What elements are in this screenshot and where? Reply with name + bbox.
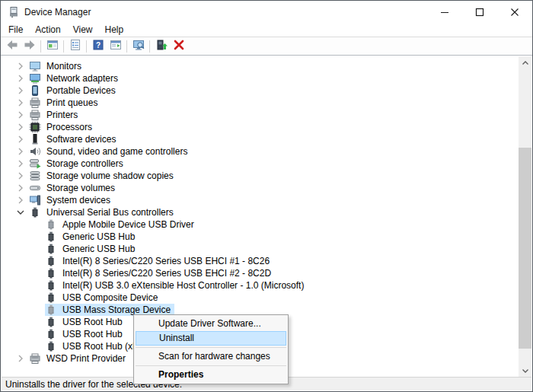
tree-item-content[interactable]: USB Root Hub: [45, 316, 126, 328]
tree-item-content[interactable]: Intel(R) 8 Series/C220 Series USB EHCI #…: [45, 267, 275, 279]
scroll-up-icon[interactable]: [519, 56, 531, 69]
tree-item[interactable]: Generic USB Hub: [2, 231, 519, 243]
storage-controller-icon: [29, 158, 41, 170]
chevron-right-icon[interactable]: [12, 109, 29, 121]
tree-item[interactable]: Storage controllers: [2, 158, 519, 170]
chevron-right-icon[interactable]: [12, 170, 29, 182]
minimize-button[interactable]: [427, 1, 462, 24]
toolbar-separator: [86, 40, 87, 53]
indent-spacer: [12, 316, 45, 328]
update-driver-button[interactable]: [152, 38, 170, 55]
help-button[interactable]: ?: [89, 38, 107, 55]
back-button[interactable]: [3, 38, 21, 55]
chevron-right-icon[interactable]: [12, 145, 29, 158]
context-menu-item-uninstall[interactable]: Uninstall: [136, 331, 286, 346]
tree-item-content[interactable]: Universal Serial Bus controllers: [29, 206, 177, 218]
close-button[interactable]: [497, 1, 532, 24]
show-action-pane-button[interactable]: [107, 38, 124, 55]
chevron-right-icon[interactable]: [12, 60, 29, 72]
tree-item[interactable]: Printers: [2, 109, 519, 121]
network-adapter-icon: [29, 72, 41, 84]
menu-view[interactable]: View: [67, 24, 99, 37]
usb-icon: [45, 340, 57, 352]
menu-separator: [136, 347, 286, 348]
tree-item-content[interactable]: Processors: [29, 121, 96, 133]
usb-muted-icon: [45, 304, 57, 316]
menu-file[interactable]: File: [2, 24, 29, 37]
tree-item-content[interactable]: Network adapters: [29, 72, 122, 84]
context-menu-item-scan-for-hardware-changes[interactable]: Scan for hardware changes: [134, 349, 288, 364]
menu-action[interactable]: Action: [29, 24, 66, 37]
chevron-right-icon[interactable]: [12, 133, 29, 145]
context-menu-item-update-driver-software[interactable]: Update Driver Software...: [134, 317, 288, 331]
tree-item[interactable]: Intel(R) USB 3.0 eXtensible Host Control…: [2, 279, 519, 292]
tree-item-content[interactable]: Intel(R) USB 3.0 eXtensible Host Control…: [45, 279, 308, 292]
tree-item-content[interactable]: Storage controllers: [29, 158, 127, 170]
tree-item[interactable]: Storage volume shadow copies: [2, 170, 519, 182]
show-console-tree-button[interactable]: [43, 38, 61, 55]
tree-item-content[interactable]: Portable Devices: [29, 84, 120, 97]
tree-item-content[interactable]: Monitors: [29, 60, 85, 72]
maximize-button[interactable]: [462, 1, 497, 24]
tree-item-content[interactable]: USB Composite Device: [45, 292, 161, 304]
forward-button[interactable]: [21, 38, 38, 55]
uninstall-button[interactable]: [170, 38, 187, 55]
tree-item-content[interactable]: WSD Print Provider: [29, 352, 129, 365]
scan-hardware-changes-button[interactable]: [129, 38, 147, 55]
tree-item[interactable]: Generic USB Hub: [2, 243, 519, 255]
tree-item[interactable]: Universal Serial Bus controllers: [2, 206, 519, 218]
tree-item[interactable]: Processors: [2, 121, 519, 133]
tree-item-label: Portable Devices: [45, 84, 117, 97]
tree-item-content[interactable]: Generic USB Hub: [45, 231, 139, 243]
chevron-right-icon[interactable]: [12, 194, 29, 206]
chevron-right-icon[interactable]: [12, 158, 29, 170]
tree-item[interactable]: Storage volumes: [2, 182, 519, 194]
tree-item-content[interactable]: Generic USB Hub: [45, 243, 139, 255]
tree-item[interactable]: Print queues: [2, 97, 519, 109]
chevron-right-icon[interactable]: [12, 97, 29, 109]
chevron-right-icon[interactable]: [12, 352, 29, 365]
usb-icon: [45, 243, 57, 255]
toolbar: ?: [1, 37, 532, 56]
tree-item-label: Storage controllers: [45, 158, 125, 170]
tree-item-content[interactable]: System devices: [29, 194, 114, 206]
tree-item-content[interactable]: Apple Mobile Device USB Driver: [45, 218, 198, 231]
usb-icon: [29, 206, 41, 218]
tree-item-label: Intel(R) 8 Series/C220 Series USB EHCI #…: [61, 255, 271, 267]
properties-button[interactable]: [66, 38, 84, 55]
chevron-right-icon[interactable]: [12, 121, 29, 133]
tree-item[interactable]: Intel(R) 8 Series/C220 Series USB EHCI #…: [2, 267, 519, 279]
tree-item[interactable]: Portable Devices: [2, 84, 519, 97]
tree-item[interactable]: Software devices: [2, 133, 519, 145]
context-menu-item-properties[interactable]: Properties: [134, 368, 288, 382]
tree-item-content[interactable]: Storage volumes: [29, 182, 119, 194]
device-manager-window: Device Manager FileActionViewHelp ? Moni…: [0, 0, 533, 392]
tree-item[interactable]: Network adapters: [2, 72, 519, 84]
tree-item[interactable]: Intel(R) 8 Series/C220 Series USB EHCI #…: [2, 255, 519, 267]
tree-item-content[interactable]: Storage volume shadow copies: [29, 170, 177, 182]
tree-item[interactable]: USB Composite Device: [2, 292, 519, 304]
tree-item-content[interactable]: Print queues: [29, 97, 101, 109]
tree-item[interactable]: Sound, video and game controllers: [2, 145, 519, 158]
tree-item-content[interactable]: Printers: [29, 109, 81, 121]
menu-bar: FileActionViewHelp: [1, 24, 532, 37]
chevron-right-icon[interactable]: [12, 182, 29, 194]
indent-spacer: [12, 328, 45, 340]
tree-item-content[interactable]: Sound, video and game controllers: [29, 145, 191, 158]
device-manager-icon: [8, 6, 20, 18]
vertical-scrollbar[interactable]: [519, 56, 531, 377]
tree-item-label: Monitors: [45, 60, 83, 72]
scroll-down-icon[interactable]: [519, 364, 531, 377]
tree-item[interactable]: Monitors: [2, 60, 519, 72]
tree-item[interactable]: System devices: [2, 194, 519, 206]
chevron-right-icon[interactable]: [12, 84, 29, 97]
chevron-right-icon[interactable]: [12, 72, 29, 84]
tree-item-content[interactable]: Intel(R) 8 Series/C220 Series USB EHCI #…: [45, 255, 273, 267]
menu-help[interactable]: Help: [99, 24, 130, 37]
scrollbar-thumb[interactable]: [519, 148, 531, 349]
tree-item-content[interactable]: USB Root Hub: [45, 328, 126, 340]
indent-spacer: [12, 304, 45, 316]
tree-item-content[interactable]: Software devices: [29, 133, 120, 145]
tree-item[interactable]: Apple Mobile Device USB Driver: [2, 218, 519, 231]
chevron-down-icon[interactable]: [12, 206, 29, 218]
